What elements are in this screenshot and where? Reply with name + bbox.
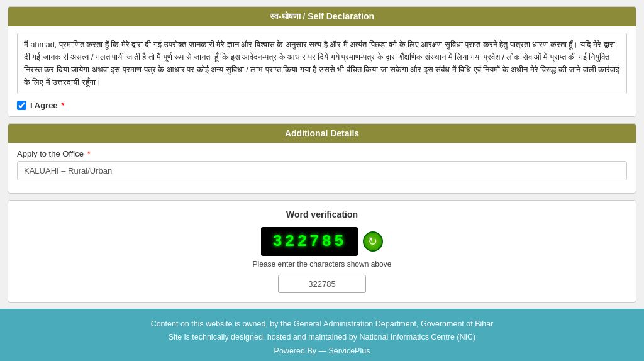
verification-section: Word verification 322785 ↻ Please enter … — [8, 200, 636, 303]
verification-title: Word verification — [14, 209, 630, 219]
apply-office-group: Apply to the Office * — [17, 149, 627, 181]
additional-details-title: Additional Details — [285, 128, 359, 138]
self-declaration-body: मैं ahmad, प्रमाणित करता हूँ कि मेरे द्व… — [8, 26, 636, 116]
agree-checkbox[interactable] — [17, 101, 26, 110]
captcha-refresh-button[interactable]: ↻ — [363, 231, 383, 252]
page-wrapper: स्व-घोषणा / Self Declaration मैं ahmad, … — [0, 6, 644, 361]
footer-bar: Content on this website is owned, by the… — [0, 309, 644, 361]
self-declaration-title: स्व-घोषणा / Self Declaration — [270, 11, 374, 21]
agree-row: I Agree * — [17, 101, 627, 110]
footer-section: Content on this website is owned, by the… — [0, 309, 644, 361]
self-declaration-header: स्व-घोषणा / Self Declaration — [8, 7, 636, 26]
captcha-input[interactable] — [278, 275, 366, 293]
refresh-icon: ↻ — [368, 235, 377, 248]
required-star: * — [61, 101, 64, 110]
footer-line2: Site is technically designed, hosted and… — [6, 331, 638, 344]
additional-details-header: Additional Details — [8, 124, 636, 143]
agree-label[interactable]: I Agree * — [30, 101, 64, 110]
declaration-text: मैं ahmad, प्रमाणित करता हूँ कि मेरे द्व… — [17, 33, 627, 94]
captcha-row: 322785 ↻ — [14, 227, 630, 256]
additional-details-body: Apply to the Office * — [8, 143, 636, 193]
captcha-image: 322785 — [261, 227, 358, 256]
footer-line3: Powered By — ServicePlus — [6, 345, 638, 358]
captcha-hint: Please enter the characters shown above — [14, 260, 630, 269]
apply-office-input[interactable] — [17, 161, 627, 181]
additional-details-card: Additional Details Apply to the Office * — [8, 123, 636, 194]
footer-line1: Content on this website is owned, by the… — [6, 318, 638, 331]
apply-office-label: Apply to the Office * — [17, 149, 627, 158]
self-declaration-card: स्व-घोषणा / Self Declaration मैं ahmad, … — [8, 6, 636, 117]
